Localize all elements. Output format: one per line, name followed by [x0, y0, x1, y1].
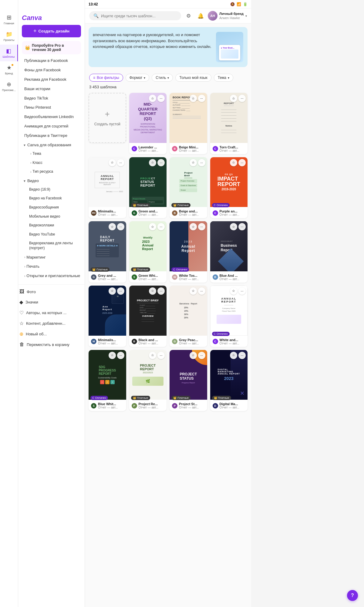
projects-nav-item[interactable]: 📁 Проекты	[0, 28, 18, 45]
more-btn[interactable]: ···	[117, 287, 124, 295]
template-beige-mini[interactable]: BOOK REPORT TITLE: ___________AUTHOR: __…	[170, 93, 207, 154]
template-white-tos[interactable]: 2023 AnnualReport ☆ ··· C Оплачен W	[170, 221, 207, 283]
template-white-and[interactable]: ANNUALREPORT Company NameFiscal Year 202…	[210, 286, 248, 347]
apps-nav-item[interactable]: ⊕ Приложе...	[0, 78, 18, 95]
sidebar-item-tiktok[interactable]: Видео TikTok	[22, 94, 85, 103]
more-btn[interactable]: ···	[117, 352, 124, 359]
template-green-and[interactable]: PROJECT STATUSREPORT Project Details Sta…	[129, 157, 167, 219]
create-empty-card[interactable]: + Создать пустой	[89, 93, 126, 143]
filter-language[interactable]: Только мой язык	[175, 74, 211, 82]
brand-nav-item[interactable]: ★ Бренд	[0, 61, 18, 78]
sidebar-item-fb-bg[interactable]: Фоны для Facebook	[22, 66, 85, 75]
template-project-status2[interactable]: PROJECTSTATUS Progress Report ☆ ··· 👑 Пл…	[170, 350, 207, 411]
sidebar-item-animation[interactable]: Анимация для соцсетей	[22, 122, 85, 131]
sidebar-item-new[interactable]: ⊕ Новый об...	[18, 329, 85, 339]
sidebar-item-pinterest[interactable]: Пины Pinterest	[22, 103, 85, 112]
sidebar-item-linkedin[interactable]: Видеообъявления LinkedIn	[22, 112, 85, 122]
template-sdg[interactable]: SDGPROGRESSREPORT Sustainability Goals 1…	[89, 350, 126, 411]
favorite-btn[interactable]: ☆	[190, 159, 197, 166]
more-btn[interactable]: ···	[238, 159, 246, 166]
favorite-btn[interactable]: ☆	[149, 95, 156, 102]
template-beige-and[interactable]: ProjectBrief Project Overview Goals & Ob…	[170, 157, 207, 219]
more-btn[interactable]: ···	[117, 159, 124, 166]
sidebar-item-education[interactable]: ▼ Canva для образования	[22, 141, 85, 149]
sidebar-item-video-16[interactable]: Видео (16:9)	[27, 185, 85, 194]
sidebar-item-class[interactable]: › Класс	[28, 158, 85, 168]
sidebar-item-video[interactable]: ▼ Видео	[22, 176, 85, 185]
filter-format[interactable]: Формат ▾	[126, 74, 150, 82]
favorite-btn[interactable]: ☆	[190, 352, 197, 359]
favorite-btn[interactable]: ☆	[149, 352, 156, 359]
home-nav-item[interactable]: ⊞ Главная	[0, 11, 18, 28]
more-btn[interactable]: ···	[157, 95, 165, 102]
settings-icon-btn[interactable]: ⚙	[184, 11, 193, 21]
search-input[interactable]	[101, 14, 177, 18]
more-btn[interactable]: ···	[198, 95, 205, 102]
more-btn[interactable]: ···	[238, 223, 246, 230]
sidebar-item-fb-posts[interactable]: Публикации в Facebook	[22, 56, 85, 66]
sidebar-item-video-mobile[interactable]: Мобильные видео	[27, 212, 85, 221]
user-avatar-area[interactable]: AH Личный бренд Arwen Hawke ▾	[208, 11, 247, 21]
favorite-btn[interactable]: ☆	[230, 352, 237, 359]
template-minimalist[interactable]: ANNUAL REPORT INDUSTRY & DAILY REPORT Ja…	[89, 157, 126, 219]
sidebar-item-video-ad[interactable]: Видеореклама для ленты (портрет)	[27, 239, 85, 253]
favorite-btn[interactable]: ☆	[149, 287, 156, 295]
more-btn[interactable]: ···	[198, 287, 205, 295]
search-box[interactable]: 🔍	[89, 11, 181, 20]
template-gray-peach[interactable]: Barcelona · Report 25% 15% 30%	[170, 286, 207, 347]
template-purple-and[interactable]: OS QS IMPACTREPORT 2019-2020 ☆ ··· C Опл…	[210, 157, 248, 219]
favorite-btn[interactable]: ☆	[190, 287, 197, 295]
favorite-btn[interactable]: ☆	[149, 159, 156, 166]
favorite-btn[interactable]: ☆	[109, 287, 116, 295]
sidebar-item-print[interactable]: › Печать	[22, 262, 85, 271]
sidebar-item-twitter[interactable]: Публикации в Твиттере	[22, 131, 85, 141]
template-project-report[interactable]: PROJECTREPORT 2022/2023 🌿 ☆ ··· 👑 Платны…	[129, 350, 167, 411]
favorite-btn[interactable]: ☆	[190, 223, 197, 230]
pro-banner[interactable]: 👑 Попробуйте Pro в течение 30 дней	[22, 41, 81, 54]
favorite-btn[interactable]: ☆	[109, 223, 116, 230]
favorite-btn[interactable]: ☆	[109, 159, 116, 166]
more-btn[interactable]: ···	[238, 352, 246, 359]
sidebar-item-resource-type[interactable]: › Тип ресурса	[28, 167, 85, 176]
sidebar-item-video-yt[interactable]: Видео YouTube	[27, 230, 85, 239]
sidebar-item-video-fb[interactable]: Видео на Facebook	[27, 194, 85, 203]
more-btn[interactable]: ···	[238, 95, 246, 102]
more-btn[interactable]: ···	[198, 223, 205, 230]
template-mid-quarter[interactable]: MID-QUARTERREPORT(Q2) SORPATATION PROMOT…	[129, 93, 167, 154]
sidebar-item-theme[interactable]: › Тема	[28, 149, 85, 158]
more-btn[interactable]: ···	[117, 223, 124, 230]
favorite-btn[interactable]: ☆	[230, 223, 237, 230]
templates-nav-item[interactable]: ◧ Шаблоны	[0, 45, 18, 61]
template-grey-daily[interactable]: DAILYREPORT ★ WORK DETAILS ★ ___________…	[89, 221, 126, 283]
filter-theme[interactable]: Тема ▾	[214, 74, 233, 82]
sidebar-item-trash[interactable]: 🗑 Переместить в корзину	[18, 339, 85, 350]
favorite-btn[interactable]: ☆	[230, 95, 237, 102]
template-minimalist2[interactable]: AnnReport 2025-2030 📷 ☆ ··· M Minimali	[89, 286, 126, 347]
sidebar-item-photo[interactable]: 🖼 Фото	[18, 287, 85, 297]
template-green-whi[interactable]: Weekly 2023AnnualReport ☆ ··· 👑 Платные	[129, 221, 167, 283]
favorite-btn[interactable]: ☆	[230, 287, 237, 295]
template-black-and[interactable]: PROJECT BRIEF CLIENT: ___________DATE: _…	[129, 286, 167, 347]
sidebar-item-video-msg[interactable]: Видеосообщения	[27, 203, 85, 212]
notifications-btn[interactable]: 🔔	[196, 11, 205, 21]
sidebar-item-stories[interactable]: Ваши истории	[22, 84, 85, 94]
template-blue-and[interactable]: 2022/09/07 BusinessReport ☆ ··· B Blue A…	[210, 221, 248, 283]
sidebar-item-cards[interactable]: › Открытки и пригласительные	[22, 271, 85, 281]
sidebar-item-authors[interactable]: ♡ Авторы, на которых ...	[18, 307, 85, 318]
filter-all[interactable]: ≡ Все фильтры	[89, 74, 123, 82]
sidebar-item-fb-ads[interactable]: Реклама для Facebook	[22, 75, 85, 84]
favorite-btn[interactable]: ☆	[149, 223, 156, 230]
more-btn[interactable]: ···	[157, 223, 165, 230]
template-torn-craft[interactable]: REPORT _________________________________…	[210, 93, 248, 154]
more-btn[interactable]: ···	[157, 287, 165, 295]
filter-style[interactable]: Стиль ▾	[152, 74, 173, 82]
favorite-btn[interactable]: ☆	[230, 159, 237, 166]
more-btn[interactable]: ···	[238, 287, 246, 295]
sidebar-item-content[interactable]: ☆ Контент, добавленн...	[18, 318, 85, 329]
sidebar-item-video-collage[interactable]: Видеоколлажи	[27, 221, 85, 230]
sidebar-item-marketing[interactable]: › Маркетинг	[22, 253, 85, 262]
more-btn[interactable]: ···	[198, 159, 205, 166]
more-btn[interactable]: ···	[198, 352, 205, 359]
more-btn[interactable]: ···	[157, 352, 165, 359]
sidebar-item-icons[interactable]: ◆ Значки	[18, 297, 85, 307]
